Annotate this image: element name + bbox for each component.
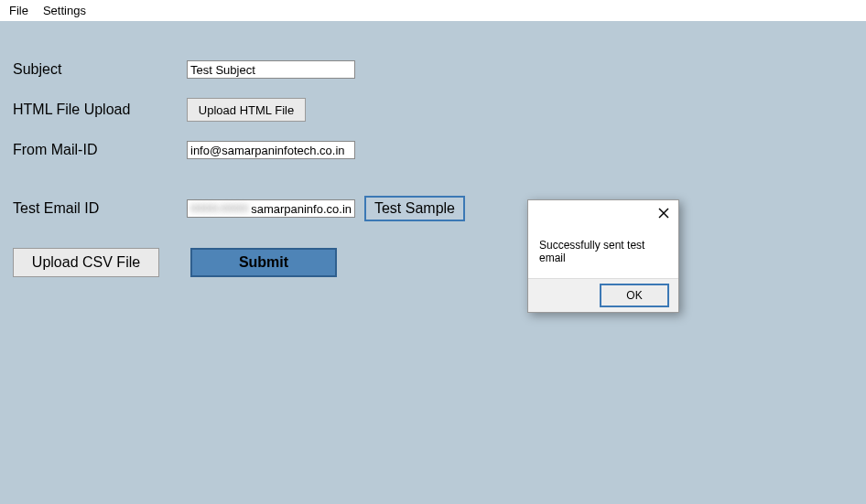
row-subject: Subject [13,58,866,81]
ok-button[interactable]: OK [600,284,669,307]
label-html-upload: HTML File Upload [13,102,187,118]
app-window: File Settings Subject HTML File Upload U… [0,0,866,504]
upload-html-button[interactable]: Upload HTML File [187,98,306,122]
label-from-mail: From Mail-ID [13,142,187,158]
row-from-mail: From Mail-ID [13,138,866,162]
test-email-input-wrap: xxxxx.xxxxx [187,199,355,218]
submit-button[interactable]: Submit [190,248,337,277]
dialog-footer: OK [528,278,678,312]
label-test-email: Test Email ID [13,200,187,217]
label-subject: Subject [13,61,187,78]
form-area: Subject HTML File Upload Upload HTML Fil… [0,21,866,272]
message-dialog: Successfully sent test email OK [527,199,679,313]
row-html-upload: HTML File Upload Upload HTML File [13,98,866,122]
subject-input[interactable] [187,60,355,79]
dialog-titlebar [528,200,678,226]
from-mail-input[interactable] [187,141,355,159]
test-sample-button[interactable]: Test Sample [364,196,465,221]
menubar: File Settings [0,0,866,21]
test-email-obscured: xxxxx.xxxxx [190,201,248,214]
close-icon[interactable] [655,204,673,222]
row-action-buttons: Upload CSV File Submit [13,248,866,272]
upload-csv-button[interactable]: Upload CSV File [13,248,159,277]
row-test-email: Test Email ID xxxxx.xxxxx Test Sample [13,197,866,220]
menu-settings[interactable]: Settings [38,2,95,19]
dialog-message: Successfully sent test email [528,226,678,273]
menu-file[interactable]: File [4,2,38,19]
